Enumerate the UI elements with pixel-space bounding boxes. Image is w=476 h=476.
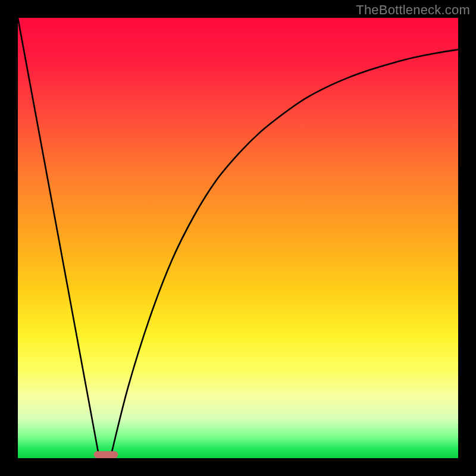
watermark-text: TheBottleneck.com (356, 2, 470, 18)
plot-area (18, 18, 458, 458)
curve-svg (18, 18, 458, 458)
chart-frame: TheBottleneck.com (0, 0, 476, 476)
optimum-marker (94, 451, 118, 458)
curve-path (18, 18, 458, 458)
